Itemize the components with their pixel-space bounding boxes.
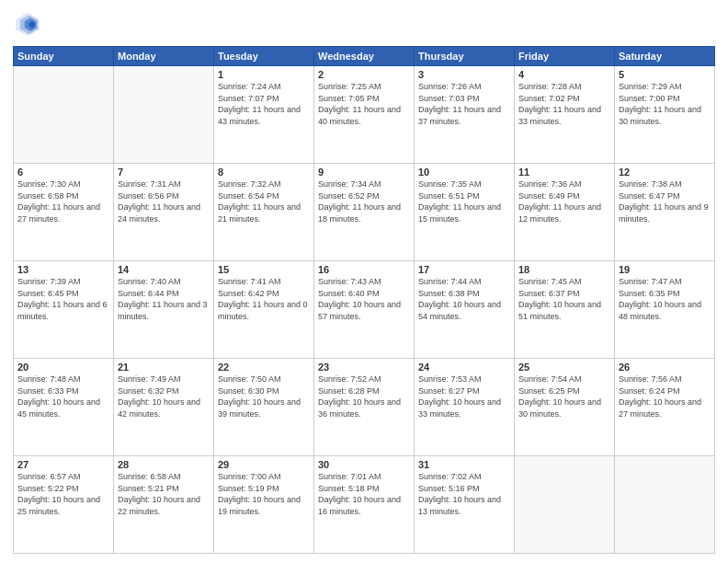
day-number: 17: [418, 264, 510, 275]
day-number: 14: [118, 264, 210, 275]
day-number: 12: [619, 167, 711, 178]
day-number: 30: [318, 459, 410, 470]
calendar-cell: 13Sunrise: 7:39 AMSunset: 6:45 PMDayligh…: [14, 261, 114, 359]
calendar-cell: 1Sunrise: 7:24 AMSunset: 7:07 PMDaylight…: [214, 66, 314, 164]
calendar-cell: 7Sunrise: 7:31 AMSunset: 6:56 PMDaylight…: [114, 164, 214, 261]
calendar-cell: 12Sunrise: 7:38 AMSunset: 6:47 PMDayligh…: [615, 164, 715, 261]
calendar-table: SundayMondayTuesdayWednesdayThursdayFrid…: [13, 46, 715, 554]
calendar-cell: [615, 456, 715, 554]
calendar-cell: 21Sunrise: 7:49 AMSunset: 6:32 PMDayligh…: [114, 359, 214, 456]
calendar-cell: 14Sunrise: 7:40 AMSunset: 6:44 PMDayligh…: [114, 261, 214, 359]
calendar-cell: 9Sunrise: 7:34 AMSunset: 6:52 PMDaylight…: [314, 164, 415, 261]
logo: [13, 9, 46, 39]
day-info: Sunrise: 7:26 AMSunset: 7:03 PMDaylight:…: [418, 81, 510, 127]
calendar-cell: [114, 66, 214, 164]
day-number: 11: [518, 167, 610, 178]
weekday-header: Monday: [114, 47, 214, 66]
calendar-cell: [14, 66, 114, 164]
calendar-week-row: 27Sunrise: 6:57 AMSunset: 5:22 PMDayligh…: [14, 456, 715, 554]
day-info: Sunrise: 7:35 AMSunset: 6:51 PMDaylight:…: [418, 178, 510, 224]
day-number: 6: [17, 167, 109, 178]
calendar-cell: 17Sunrise: 7:44 AMSunset: 6:38 PMDayligh…: [415, 261, 515, 359]
day-info: Sunrise: 7:38 AMSunset: 6:47 PMDaylight:…: [619, 178, 711, 224]
day-number: 19: [619, 264, 711, 275]
day-info: Sunrise: 7:28 AMSunset: 7:02 PMDaylight:…: [518, 81, 610, 127]
page: SundayMondayTuesdayWednesdayThursdayFrid…: [0, 0, 728, 563]
day-number: 8: [218, 167, 310, 178]
header: [13, 9, 715, 39]
day-number: 13: [17, 264, 109, 275]
calendar-cell: 18Sunrise: 7:45 AMSunset: 6:37 PMDayligh…: [515, 261, 615, 359]
day-info: Sunrise: 7:34 AMSunset: 6:52 PMDaylight:…: [318, 178, 410, 224]
day-info: Sunrise: 7:54 AMSunset: 6:25 PMDaylight:…: [518, 373, 610, 419]
day-number: 20: [17, 362, 109, 373]
calendar-cell: [515, 456, 615, 554]
day-info: Sunrise: 7:43 AMSunset: 6:40 PMDaylight:…: [318, 276, 410, 322]
day-number: 27: [17, 459, 109, 470]
day-info: Sunrise: 7:31 AMSunset: 6:56 PMDaylight:…: [118, 178, 210, 224]
day-info: Sunrise: 7:32 AMSunset: 6:54 PMDaylight:…: [218, 178, 310, 224]
calendar-week-row: 20Sunrise: 7:48 AMSunset: 6:33 PMDayligh…: [14, 359, 715, 456]
day-info: Sunrise: 7:44 AMSunset: 6:38 PMDaylight:…: [418, 276, 510, 322]
day-number: 2: [318, 69, 410, 80]
day-number: 15: [218, 264, 310, 275]
day-number: 1: [218, 69, 310, 80]
day-info: Sunrise: 7:02 AMSunset: 5:16 PMDaylight:…: [418, 471, 510, 517]
day-number: 9: [318, 167, 410, 178]
day-number: 29: [218, 459, 310, 470]
calendar-cell: 28Sunrise: 6:58 AMSunset: 5:21 PMDayligh…: [114, 456, 214, 554]
weekday-header: Sunday: [14, 47, 114, 66]
day-info: Sunrise: 7:48 AMSunset: 6:33 PMDaylight:…: [17, 373, 109, 419]
day-info: Sunrise: 6:58 AMSunset: 5:21 PMDaylight:…: [118, 471, 210, 517]
calendar-cell: 19Sunrise: 7:47 AMSunset: 6:35 PMDayligh…: [615, 261, 715, 359]
calendar-cell: 4Sunrise: 7:28 AMSunset: 7:02 PMDaylight…: [515, 66, 615, 164]
day-number: 5: [619, 69, 711, 80]
day-info: Sunrise: 7:25 AMSunset: 7:05 PMDaylight:…: [318, 81, 410, 127]
weekday-header: Friday: [515, 47, 615, 66]
calendar-cell: 26Sunrise: 7:56 AMSunset: 6:24 PMDayligh…: [615, 359, 715, 456]
day-number: 7: [118, 167, 210, 178]
calendar-header-row: SundayMondayTuesdayWednesdayThursdayFrid…: [14, 47, 715, 66]
calendar-cell: 11Sunrise: 7:36 AMSunset: 6:49 PMDayligh…: [515, 164, 615, 261]
day-info: Sunrise: 7:36 AMSunset: 6:49 PMDaylight:…: [518, 178, 610, 224]
calendar-cell: 24Sunrise: 7:53 AMSunset: 6:27 PMDayligh…: [415, 359, 515, 456]
day-number: 16: [318, 264, 410, 275]
day-number: 3: [418, 69, 510, 80]
logo-icon: [13, 9, 42, 39]
calendar-cell: 15Sunrise: 7:41 AMSunset: 6:42 PMDayligh…: [214, 261, 314, 359]
weekday-header: Thursday: [415, 47, 515, 66]
day-info: Sunrise: 7:49 AMSunset: 6:32 PMDaylight:…: [118, 373, 210, 419]
calendar-cell: 8Sunrise: 7:32 AMSunset: 6:54 PMDaylight…: [214, 164, 314, 261]
calendar-cell: 29Sunrise: 7:00 AMSunset: 5:19 PMDayligh…: [214, 456, 314, 554]
day-number: 24: [418, 362, 510, 373]
calendar-cell: 3Sunrise: 7:26 AMSunset: 7:03 PMDaylight…: [415, 66, 515, 164]
calendar-week-row: 13Sunrise: 7:39 AMSunset: 6:45 PMDayligh…: [14, 261, 715, 359]
day-number: 26: [619, 362, 711, 373]
calendar-cell: 27Sunrise: 6:57 AMSunset: 5:22 PMDayligh…: [14, 456, 114, 554]
day-number: 18: [518, 264, 610, 275]
day-number: 31: [418, 459, 510, 470]
calendar-cell: 6Sunrise: 7:30 AMSunset: 6:58 PMDaylight…: [14, 164, 114, 261]
calendar-cell: 5Sunrise: 7:29 AMSunset: 7:00 PMDaylight…: [615, 66, 715, 164]
calendar-cell: 31Sunrise: 7:02 AMSunset: 5:16 PMDayligh…: [415, 456, 515, 554]
calendar-cell: 22Sunrise: 7:50 AMSunset: 6:30 PMDayligh…: [214, 359, 314, 456]
day-number: 23: [318, 362, 410, 373]
day-info: Sunrise: 7:52 AMSunset: 6:28 PMDaylight:…: [318, 373, 410, 419]
calendar-cell: 30Sunrise: 7:01 AMSunset: 5:18 PMDayligh…: [314, 456, 415, 554]
day-info: Sunrise: 7:30 AMSunset: 6:58 PMDaylight:…: [17, 178, 109, 224]
calendar-cell: 23Sunrise: 7:52 AMSunset: 6:28 PMDayligh…: [314, 359, 415, 456]
calendar-cell: 10Sunrise: 7:35 AMSunset: 6:51 PMDayligh…: [415, 164, 515, 261]
weekday-header: Saturday: [615, 47, 715, 66]
day-info: Sunrise: 7:56 AMSunset: 6:24 PMDaylight:…: [619, 373, 711, 419]
calendar-week-row: 1Sunrise: 7:24 AMSunset: 7:07 PMDaylight…: [14, 66, 715, 164]
day-number: 22: [218, 362, 310, 373]
weekday-header: Tuesday: [214, 47, 314, 66]
day-info: Sunrise: 7:41 AMSunset: 6:42 PMDaylight:…: [218, 276, 310, 322]
day-info: Sunrise: 7:53 AMSunset: 6:27 PMDaylight:…: [418, 373, 510, 419]
calendar-week-row: 6Sunrise: 7:30 AMSunset: 6:58 PMDaylight…: [14, 164, 715, 261]
day-number: 28: [118, 459, 210, 470]
weekday-header: Wednesday: [314, 47, 415, 66]
day-info: Sunrise: 7:29 AMSunset: 7:00 PMDaylight:…: [619, 81, 711, 127]
day-info: Sunrise: 7:47 AMSunset: 6:35 PMDaylight:…: [619, 276, 711, 322]
day-info: Sunrise: 7:39 AMSunset: 6:45 PMDaylight:…: [17, 276, 109, 322]
